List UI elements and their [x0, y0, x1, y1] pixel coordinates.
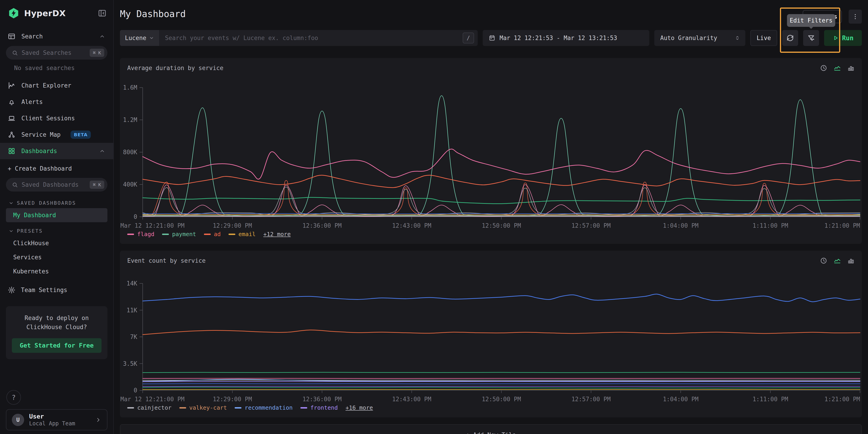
sidebar-item-kubernetes[interactable]: Kubernetes	[0, 264, 113, 278]
legend-series-label: recommendation	[245, 404, 293, 411]
line-chart-icon[interactable]	[834, 257, 841, 264]
legend-item-recommendation[interactable]: recommendation	[235, 404, 293, 411]
legend-dash-icon	[228, 234, 235, 235]
sidebar-item-alerts[interactable]: Alerts	[0, 94, 113, 110]
legend-dash-icon	[235, 407, 242, 408]
live-button[interactable]: Live	[750, 30, 777, 46]
legend-item-email[interactable]: email	[228, 231, 255, 237]
shortcut-badge: ⌘ K	[90, 180, 104, 189]
legend-series-label: payment	[172, 231, 196, 237]
clock-icon[interactable]	[820, 257, 827, 264]
date-range-button[interactable]: Mar 12 12:21:53 - Mar 12 13:21:53	[483, 30, 649, 46]
legend-more-link[interactable]: +12 more	[263, 231, 290, 237]
sidebar-item-team-settings[interactable]: Team Settings	[0, 281, 113, 298]
preset-label: Services	[13, 254, 42, 261]
legend-series-label: frontend	[310, 404, 338, 411]
sidebar-item-dashboards[interactable]: Dashboards	[0, 143, 113, 159]
section-saved-dashboards[interactable]: SAVED DASHBOARDS	[9, 200, 113, 206]
help-button[interactable]: ?	[6, 390, 21, 405]
preset-label: ClickHouse	[13, 240, 49, 246]
tile-header: Event count by service	[120, 251, 862, 264]
user-menu[interactable]: U User Local App Team	[6, 409, 107, 430]
tile-average-duration: Average duration by service 0400K800K1.2…	[120, 58, 862, 244]
collapse-sidebar-icon[interactable]	[98, 9, 106, 18]
main-content: My Dashboard s Lucene / Mar 12 12:21:53 …	[114, 0, 868, 434]
preset-label: Kubernetes	[13, 268, 49, 275]
legend-item-flagd[interactable]: flagd	[127, 231, 154, 237]
section-presets[interactable]: PRESETS	[9, 228, 113, 234]
svg-text:1:11:00 PM: 1:11:00 PM	[753, 222, 788, 229]
saved-dashboards-search[interactable]: ⌘ K	[6, 178, 107, 192]
sidebar-item-search[interactable]: Search	[0, 28, 113, 44]
date-range-label: Mar 12 12:21:53 - Mar 12 13:21:53	[500, 35, 617, 41]
chart-legend: cainjectorvalkey-cartrecommendationfront…	[127, 404, 862, 418]
line-chart-event-count[interactable]: 03.5K7K11K14KMar 12 12:21:00 PM12:29:00 …	[120, 281, 862, 403]
chevron-down-icon	[9, 201, 14, 206]
chevron-right-icon	[95, 417, 101, 423]
legend-item-valkey-cart[interactable]: valkey-cart	[179, 404, 227, 411]
dashboard-name: My Dashboard	[13, 212, 56, 219]
legend-item-frontend[interactable]: frontend	[301, 404, 338, 411]
chevron-up-down-icon	[735, 35, 740, 41]
play-icon	[833, 35, 839, 41]
get-started-button[interactable]: Get Started for Free	[12, 338, 101, 353]
tooltip-label: Edit Filters	[790, 17, 833, 24]
legend-more-link[interactable]: +16 more	[345, 404, 373, 411]
add-new-tile-label: + Add New Tile	[466, 432, 516, 434]
svg-text:0: 0	[133, 213, 137, 220]
search-icon	[12, 182, 18, 188]
svg-text:3.5K: 3.5K	[123, 360, 137, 367]
bar-chart-icon[interactable]	[847, 64, 855, 72]
line-chart-icon[interactable]	[834, 64, 841, 72]
sidebar-spacer	[0, 359, 113, 390]
run-label: Run	[842, 34, 854, 42]
svg-text:0: 0	[133, 387, 137, 394]
language-select[interactable]: Lucene	[120, 30, 159, 46]
legend-item-ad[interactable]: ad	[204, 231, 221, 237]
help-icon: ?	[11, 394, 16, 401]
run-button[interactable]: Run	[824, 30, 862, 46]
legend-series-label: cainjector	[137, 404, 172, 411]
svg-text:400K: 400K	[123, 181, 137, 188]
sidebar-item-service-map[interactable]: Service Map BETA	[0, 127, 113, 143]
granularity-select[interactable]: Auto Granularity	[654, 30, 745, 46]
edit-filters-tooltip: Edit Filters	[787, 14, 835, 27]
legend-series-label: valkey-cart	[189, 404, 227, 411]
search-input[interactable]	[159, 35, 463, 41]
saved-searches-input[interactable]	[22, 49, 86, 56]
sidebar-item-label: Service Map	[21, 131, 61, 138]
legend-item-payment[interactable]: payment	[162, 231, 196, 237]
bar-chart-icon[interactable]	[847, 257, 855, 264]
sidebar-item-client-sessions[interactable]: Client Sessions	[0, 110, 113, 127]
line-chart-average-duration[interactable]: 0400K800K1.2M1.6MMar 12 12:21:00 PM12:29…	[120, 85, 862, 230]
clock-icon[interactable]	[820, 64, 827, 72]
search-table-icon	[8, 33, 16, 40]
avatar: U	[12, 414, 24, 426]
svg-text:1:04:00 PM: 1:04:00 PM	[663, 222, 699, 229]
saved-searches-search[interactable]: ⌘ K	[6, 46, 107, 60]
edit-filters-button[interactable]	[803, 30, 819, 46]
legend-item-cainjector[interactable]: cainjector	[127, 404, 172, 411]
sidebar-item-services[interactable]: Services	[0, 250, 113, 264]
refresh-button[interactable]	[782, 30, 798, 46]
chart-legend: flagdpaymentademail+12 more	[127, 231, 862, 244]
chevron-down-icon	[149, 35, 154, 40]
svg-text:1.2M: 1.2M	[123, 116, 137, 123]
add-new-tile-button[interactable]: + Add New Tile	[120, 424, 862, 434]
sidebar-item-chart-explorer[interactable]: Chart Explorer	[0, 77, 113, 94]
svg-text:1:04:00 PM: 1:04:00 PM	[663, 396, 699, 403]
search-group: Lucene /	[120, 30, 478, 46]
app-name: HyperDX	[24, 9, 66, 18]
svg-text:800K: 800K	[123, 149, 137, 156]
create-dashboard-button[interactable]: + Create Dashboard	[0, 161, 113, 176]
saved-dashboards-input[interactable]	[22, 181, 86, 188]
page-title: My Dashboard	[120, 9, 186, 19]
sidebar-item-my-dashboard[interactable]: My Dashboard	[6, 208, 107, 222]
refresh-icon	[786, 34, 794, 42]
chevron-up-icon	[99, 148, 105, 154]
legend-dash-icon	[162, 234, 169, 235]
more-options-button[interactable]	[849, 9, 862, 24]
promo-text: Ready to deploy on ClickHouse Cloud?	[12, 313, 101, 332]
tile-event-count: Event count by service 03.5K7K11K14KMar …	[120, 251, 862, 418]
sidebar-item-clickhouse[interactable]: ClickHouse	[0, 236, 113, 250]
